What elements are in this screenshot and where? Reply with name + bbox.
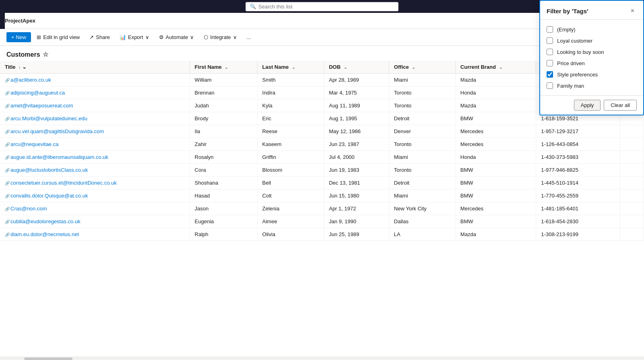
cell-first-name: Eugenia xyxy=(190,215,257,228)
scrollbar-thumb[interactable] xyxy=(24,358,72,360)
table-row[interactable]: 🔗arcu@nequevitae.ca Zahir Kaseem Jun 23,… xyxy=(0,138,644,151)
filter-checkbox-looking[interactable] xyxy=(547,49,553,55)
share-button[interactable]: ↗ Share xyxy=(85,32,114,42)
filter-label-looking: Looking to buy soon xyxy=(557,49,604,55)
table-row[interactable]: 🔗augue.id.ante@liberomaunsaliquam.co.uk … xyxy=(0,151,644,164)
cell-first-name: Rosalyn xyxy=(190,151,257,164)
cell-brand: Honda xyxy=(455,151,536,164)
cell-dob: Jun 15, 1980 xyxy=(324,189,389,202)
share-icon: ↗ xyxy=(89,34,94,40)
table-row[interactable]: 🔗arcu.vel.quam@sagittisDuisgravida.com I… xyxy=(0,125,644,138)
col-last-name[interactable]: Last Name ⌄ xyxy=(257,61,324,74)
table-row[interactable]: 🔗augue@luctuslobortisClass.co.uk Cora Bl… xyxy=(0,164,644,177)
brand-name: ProjectApex xyxy=(5,18,35,24)
filter-footer: Apply Clear all xyxy=(540,95,643,115)
col-brand[interactable]: Current Brand ⌄ xyxy=(455,61,536,74)
cell-office: Dallas xyxy=(389,215,455,228)
cell-title: 🔗cubilia@eudoloregestas.co.uk xyxy=(0,215,190,228)
cell-office: Toronto xyxy=(389,99,455,112)
table-row[interactable]: 🔗cubilia@eudoloregestas.co.uk Eugenia Ai… xyxy=(0,215,644,228)
cell-office: Toronto xyxy=(389,138,455,151)
table-row[interactable]: 🔗diam.eu.dolor@necmetus.net Ralph Olivia… xyxy=(0,228,644,241)
cell-title: 🔗diam.eu.dolor@necmetus.net xyxy=(0,228,190,241)
filter-option-price[interactable]: Price driven xyxy=(547,58,637,69)
filter-option-style[interactable]: Style preferences xyxy=(547,69,637,80)
cell-last-name: Colt xyxy=(257,189,324,202)
cell-phone: 1-126-443-0854 xyxy=(536,138,619,151)
filter-checkbox-loyal[interactable] xyxy=(547,37,553,44)
cell-title: 🔗augue@luctuslobortisClass.co.uk xyxy=(0,164,190,177)
filter-label-loyal: Loyal customer xyxy=(557,38,592,44)
col-office[interactable]: Office ⌄ xyxy=(389,61,455,74)
cell-dob: May 12, 1986 xyxy=(324,125,389,138)
favorite-icon[interactable]: ☆ xyxy=(43,51,48,58)
filter-checkbox-family[interactable] xyxy=(547,82,553,89)
cell-brand: Mercedes xyxy=(455,202,536,215)
close-filter-button[interactable]: × xyxy=(628,6,637,15)
filter-option-loyal[interactable]: Loyal customer xyxy=(547,35,637,46)
filter-panel-header: Filter by 'Tags' × xyxy=(540,1,643,20)
filter-option-empty[interactable]: (Empty) xyxy=(547,24,637,35)
filter-checkbox-style[interactable] xyxy=(547,71,553,78)
cell-office: Detroit xyxy=(389,177,455,189)
cell-office: Detroit xyxy=(389,112,455,125)
cell-first-name: Brennan xyxy=(190,86,257,99)
filter-checkbox-empty[interactable] xyxy=(547,26,553,33)
grid-icon: ⊞ xyxy=(37,34,41,40)
export-chevron-icon: ∨ xyxy=(145,34,149,40)
cell-phone: 1-770-455-2559 xyxy=(536,189,619,202)
cell-title: 🔗arcu@nequevitae.ca xyxy=(0,138,190,151)
cell-last-name: Smith xyxy=(257,74,324,86)
cell-brand: Honda xyxy=(455,86,536,99)
clear-all-button[interactable]: Clear all xyxy=(604,100,637,111)
cell-last-name: Indira xyxy=(257,86,324,99)
cell-last-name: Griffin xyxy=(257,151,324,164)
cell-dob: Jan 9, 1990 xyxy=(324,215,389,228)
cell-dob: Aug 11, 1989 xyxy=(324,99,389,112)
col-dob[interactable]: DOB ⌄ xyxy=(324,61,389,74)
cell-brand: BMW xyxy=(455,177,536,189)
table-row[interactable]: 🔗Cras@non.com Jason Zelenia Apr 1, 1972 … xyxy=(0,202,644,215)
cell-first-name: Ralph xyxy=(190,228,257,241)
search-input[interactable] xyxy=(258,4,394,10)
table-row[interactable]: 🔗consectetuer.cursus.et@tinciduntDonec.c… xyxy=(0,177,644,189)
cell-ta xyxy=(619,125,644,138)
cell-first-name: Ila xyxy=(190,125,257,138)
cell-last-name: Bell xyxy=(257,177,324,189)
cell-title: 🔗consectetuer.cursus.et@tinciduntDonec.c… xyxy=(0,177,190,189)
filter-panel: Filter by 'Tags' × (Empty) Loyal custome… xyxy=(539,0,644,115)
cell-title: 🔗convallis.dolor.Quisque@at.co.uk xyxy=(0,189,190,202)
apply-button[interactable]: Apply xyxy=(574,100,601,111)
edit-grid-button[interactable]: ⊞ Edit in grid view xyxy=(33,32,84,42)
cell-first-name: Cora xyxy=(190,164,257,177)
filter-label-empty: (Empty) xyxy=(557,27,576,33)
bottom-scrollbar[interactable] xyxy=(0,357,644,360)
integrate-button[interactable]: ⬡ Integrate ∨ xyxy=(200,32,241,42)
filter-option-family[interactable]: Family man xyxy=(547,80,637,91)
cell-title: 🔗arcu.vel.quam@sagittisDuisgravida.com xyxy=(0,125,190,138)
cell-dob: Mar 4, 1975 xyxy=(324,86,389,99)
cell-phone: 1-957-129-3217 xyxy=(536,125,619,138)
col-title[interactable]: Title ↕ ⌄ xyxy=(0,61,190,74)
cell-first-name: Shoshana xyxy=(190,177,257,189)
new-button[interactable]: + New xyxy=(6,32,31,42)
automate-button[interactable]: ⚙ Automate ∨ xyxy=(155,32,198,42)
cell-office: Denver xyxy=(389,125,455,138)
filter-label-style: Style preferences xyxy=(557,72,598,78)
cell-brand: BMW xyxy=(455,215,536,228)
search-icon: 🔍 xyxy=(250,4,256,9)
cell-last-name: Blossom xyxy=(257,164,324,177)
table-row[interactable]: 🔗convallis.dolor.Quisque@at.co.uk Hasad … xyxy=(0,189,644,202)
cell-brand: BMW xyxy=(455,112,536,125)
cell-brand: Mazda xyxy=(455,74,536,86)
cell-ta xyxy=(619,151,644,164)
filter-icon-title: ⌄ xyxy=(22,64,27,70)
cell-dob: Jun 23, 1987 xyxy=(324,138,389,151)
sort-icon-firstname: ⌄ xyxy=(225,65,228,70)
filter-checkbox-price[interactable] xyxy=(547,60,553,66)
cell-brand: Mazda xyxy=(455,99,536,112)
export-button[interactable]: 📊 Export ∨ xyxy=(116,32,153,42)
col-first-name[interactable]: First Name ⌄ xyxy=(190,61,257,74)
filter-option-looking[interactable]: Looking to buy soon xyxy=(547,46,637,58)
more-options-button[interactable]: ... xyxy=(243,32,255,42)
